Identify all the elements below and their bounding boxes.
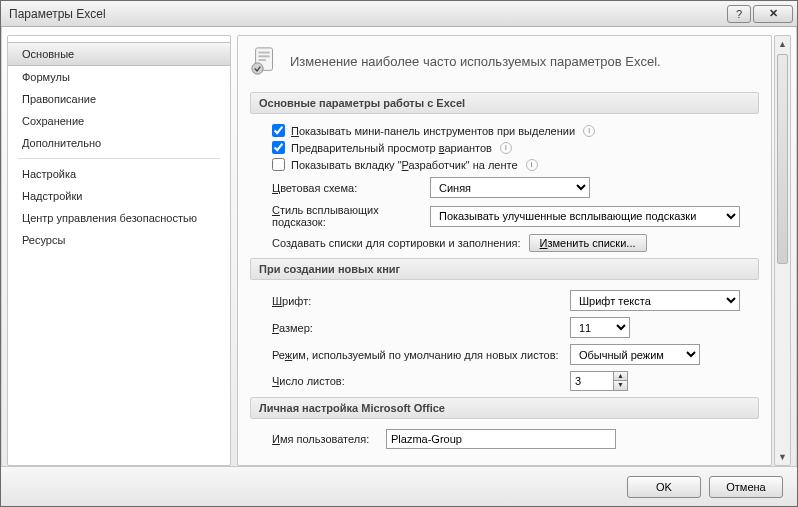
svg-rect-1 [258, 52, 269, 54]
window-title: Параметры Excel [9, 7, 725, 21]
info-icon[interactable]: i [500, 142, 512, 154]
nav-item-customize[interactable]: Настройка [8, 163, 230, 185]
username-label: Имя пользователя: [272, 433, 378, 445]
nav-item-trustcenter[interactable]: Центр управления безопасностью [8, 207, 230, 229]
scroll-up-icon[interactable]: ▲ [778, 38, 787, 50]
page-banner: Изменение наиболее часто используемых па… [250, 46, 759, 86]
default-view-select[interactable]: Обычный режим [570, 344, 700, 365]
options-content: Изменение наиболее часто используемых па… [237, 35, 772, 466]
nav-item-resources[interactable]: Ресурсы [8, 229, 230, 251]
sheet-count-input[interactable] [570, 371, 614, 391]
section-newbooks-fields: Шрифт: Шрифт текста Размер: 11 Режим, ис… [250, 290, 759, 391]
nav-item-formulas[interactable]: Формулы [8, 66, 230, 88]
sheet-count-label: Число листов: [272, 375, 562, 387]
close-button[interactable]: ✕ [753, 5, 793, 23]
chk-live-preview-label: Предварительный просмотр вариантов [291, 142, 492, 154]
scroll-down-icon[interactable]: ▼ [778, 451, 787, 463]
page-description: Изменение наиболее часто используемых па… [290, 54, 661, 69]
popular-options-icon [250, 46, 280, 76]
spin-down-button[interactable]: ▼ [613, 381, 628, 391]
ok-button[interactable]: OK [627, 476, 701, 498]
section-personal-header: Личная настройка Microsoft Office [250, 397, 759, 419]
help-button[interactable]: ? [727, 5, 751, 23]
info-icon[interactable]: i [583, 125, 595, 137]
section-main-header: Основные параметры работы с Excel [250, 92, 759, 114]
edit-lists-button[interactable]: Изменить списки... [529, 234, 647, 252]
font-label: Шрифт: [272, 295, 562, 307]
tooltip-style-select[interactable]: Показывать улучшенные всплывающие подска… [430, 206, 740, 227]
nav-item-save[interactable]: Сохранение [8, 110, 230, 132]
content-wrap: Изменение наиболее часто используемых па… [237, 35, 791, 466]
excel-options-dialog: Параметры Excel ? ✕ Основные Формулы Пра… [0, 0, 798, 507]
info-icon[interactable]: i [526, 159, 538, 171]
svg-rect-2 [258, 55, 269, 57]
category-sidebar: Основные Формулы Правописание Сохранение… [7, 35, 231, 466]
svg-rect-3 [258, 59, 266, 61]
nav-separator [18, 158, 220, 159]
chk-live-preview[interactable] [272, 141, 285, 154]
section-personal-fields: Имя пользователя: [250, 429, 759, 449]
nav-item-popular[interactable]: Основные [8, 42, 230, 66]
chk-mini-panel[interactable] [272, 124, 285, 137]
spin-up-button[interactable]: ▲ [613, 371, 628, 381]
titlebar: Параметры Excel ? ✕ [1, 1, 797, 27]
scroll-thumb[interactable] [777, 54, 788, 264]
dialog-body: Основные Формулы Правописание Сохранение… [1, 27, 797, 466]
content-scrollbar[interactable]: ▲ ▼ [774, 35, 791, 466]
chk-mini-panel-label: Показывать мини-панель инструментов при … [291, 125, 575, 137]
username-input[interactable] [386, 429, 616, 449]
tooltip-style-label: Стиль всплывающихподсказок: [250, 204, 422, 228]
cancel-button[interactable]: Отмена [709, 476, 783, 498]
nav-item-proofing[interactable]: Правописание [8, 88, 230, 110]
font-size-select[interactable]: 11 [570, 317, 630, 338]
edit-lists-label: Создавать списки для сортировки и заполн… [250, 237, 521, 249]
svg-point-4 [252, 63, 263, 74]
color-scheme-select[interactable]: Синяя [430, 177, 590, 198]
font-size-label: Размер: [272, 322, 562, 334]
font-select[interactable]: Шрифт текста [570, 290, 740, 311]
chk-developer-tab[interactable] [272, 158, 285, 171]
section-main-fields: Показывать мини-панель инструментов при … [250, 124, 759, 252]
section-newbooks-header: При создании новых книг [250, 258, 759, 280]
chk-developer-tab-label: Показывать вкладку "Разработчик" на лент… [291, 159, 518, 171]
nav-item-addins[interactable]: Надстройки [8, 185, 230, 207]
default-view-label: Режим, используемый по умолчанию для нов… [272, 349, 562, 361]
nav-item-advanced[interactable]: Дополнительно [8, 132, 230, 154]
dialog-footer: OK Отмена [1, 466, 797, 506]
color-scheme-label: Цветовая схема: [250, 182, 422, 194]
